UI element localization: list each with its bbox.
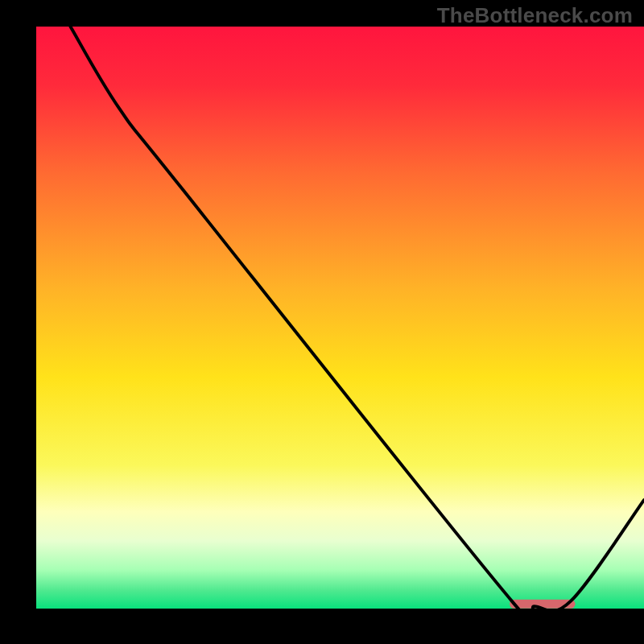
chart-container: TheBottleneck.com — [0, 0, 644, 644]
plot-background — [34, 27, 644, 611]
bottleneck-chart — [0, 0, 644, 644]
watermark-text: TheBottleneck.com — [437, 3, 633, 28]
